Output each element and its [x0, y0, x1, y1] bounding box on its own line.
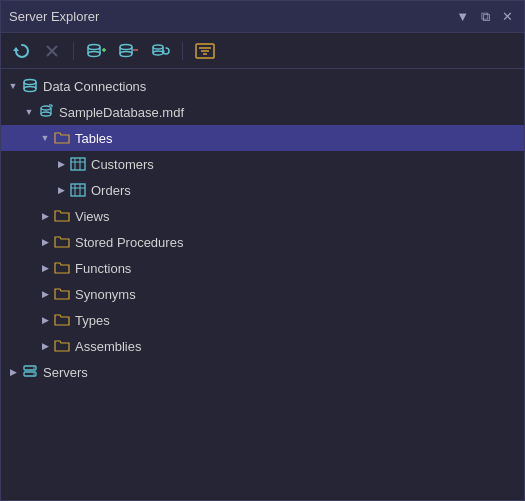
tree-item-assemblies[interactable]: Assemblies	[1, 333, 524, 359]
arrow-views	[37, 208, 53, 224]
svg-point-44	[33, 373, 35, 375]
title-bar: Server Explorer ▼ ⧉ ✕	[1, 1, 524, 33]
arrow-synonyms	[37, 286, 53, 302]
folder-types-icon	[53, 311, 71, 329]
sample-db-label: SampleDatabase.mdf	[59, 105, 184, 120]
arrow-assemblies	[37, 338, 53, 354]
tree-item-synonyms[interactable]: Synonyms	[1, 281, 524, 307]
arrow-sample-db	[21, 104, 37, 120]
functions-label: Functions	[75, 261, 131, 276]
folder-views-icon	[53, 207, 71, 225]
tree-item-customers[interactable]: Customers	[1, 151, 524, 177]
arrow-customers	[53, 156, 69, 172]
title-bar-controls: ▼ ⧉ ✕	[453, 8, 516, 26]
svg-point-27	[41, 106, 51, 110]
toolbar-sep-2	[182, 42, 183, 60]
assemblies-label: Assemblies	[75, 339, 141, 354]
svg-point-30	[41, 112, 51, 116]
tree-item-stored-procedures[interactable]: Stored Procedures	[1, 229, 524, 255]
filter-btn[interactable]	[191, 40, 219, 62]
refresh-db-btn[interactable]	[146, 40, 174, 62]
svg-point-9	[120, 44, 132, 49]
types-label: Types	[75, 313, 110, 328]
arrow-stored-procedures	[37, 234, 53, 250]
svg-point-12	[120, 51, 132, 56]
arrow-data-connections	[5, 78, 21, 94]
tree-item-tables[interactable]: Tables	[1, 125, 524, 151]
refresh-btn[interactable]	[9, 40, 35, 62]
db-icon	[37, 103, 55, 121]
db-connection-icon	[21, 77, 39, 95]
close-btn[interactable]: ✕	[499, 8, 516, 25]
panel-title: Server Explorer	[9, 9, 99, 24]
table-customers-icon	[69, 155, 87, 173]
tree-item-servers[interactable]: Servers	[1, 359, 524, 385]
tree-item-sample-db[interactable]: SampleDatabase.mdf	[1, 99, 524, 125]
tree-item-views[interactable]: Views	[1, 203, 524, 229]
svg-point-6	[88, 51, 100, 56]
tables-label: Tables	[75, 131, 113, 146]
folder-tables-icon	[53, 129, 71, 147]
folder-synonyms-icon	[53, 285, 71, 303]
title-bar-left: Server Explorer	[9, 9, 99, 24]
folder-assemblies-icon	[53, 337, 71, 355]
tree-item-data-connections[interactable]: Data Connections	[1, 73, 524, 99]
server-explorer-panel: Server Explorer ▼ ⧉ ✕	[0, 0, 525, 501]
dropdown-btn[interactable]: ▼	[453, 8, 472, 25]
synonyms-label: Synonyms	[75, 287, 136, 302]
toolbar	[1, 33, 524, 69]
tree-item-functions[interactable]: Functions	[1, 255, 524, 281]
orders-label: Orders	[91, 183, 131, 198]
svg-marker-0	[13, 47, 19, 51]
connect-db-btn[interactable]	[82, 40, 110, 62]
arrow-functions	[37, 260, 53, 276]
tree-view: Data Connections SampleDatabase.mdf	[1, 69, 524, 500]
customers-label: Customers	[91, 157, 154, 172]
tree-item-types[interactable]: Types	[1, 307, 524, 333]
folder-functions-icon	[53, 259, 71, 277]
svg-rect-33	[71, 158, 85, 170]
stored-procedures-label: Stored Procedures	[75, 235, 183, 250]
tree-item-orders[interactable]: Orders	[1, 177, 524, 203]
arrow-types	[37, 312, 53, 328]
arrow-tables	[37, 130, 53, 146]
views-label: Views	[75, 209, 109, 224]
float-btn[interactable]: ⧉	[478, 8, 493, 26]
svg-point-23	[24, 80, 36, 85]
arrow-servers	[5, 364, 21, 380]
svg-point-3	[88, 44, 100, 49]
stop-btn[interactable]	[39, 40, 65, 62]
disconnect-db-btn[interactable]	[114, 40, 142, 62]
svg-rect-37	[71, 184, 85, 196]
toolbar-sep-1	[73, 42, 74, 60]
svg-point-43	[33, 367, 35, 369]
arrow-orders	[53, 182, 69, 198]
svg-marker-18	[161, 49, 165, 52]
servers-label: Servers	[43, 365, 88, 380]
table-orders-icon	[69, 181, 87, 199]
server-icon	[21, 363, 39, 381]
svg-point-14	[153, 45, 163, 49]
data-connections-label: Data Connections	[43, 79, 146, 94]
svg-point-26	[24, 87, 36, 92]
folder-stored-proc-icon	[53, 233, 71, 251]
